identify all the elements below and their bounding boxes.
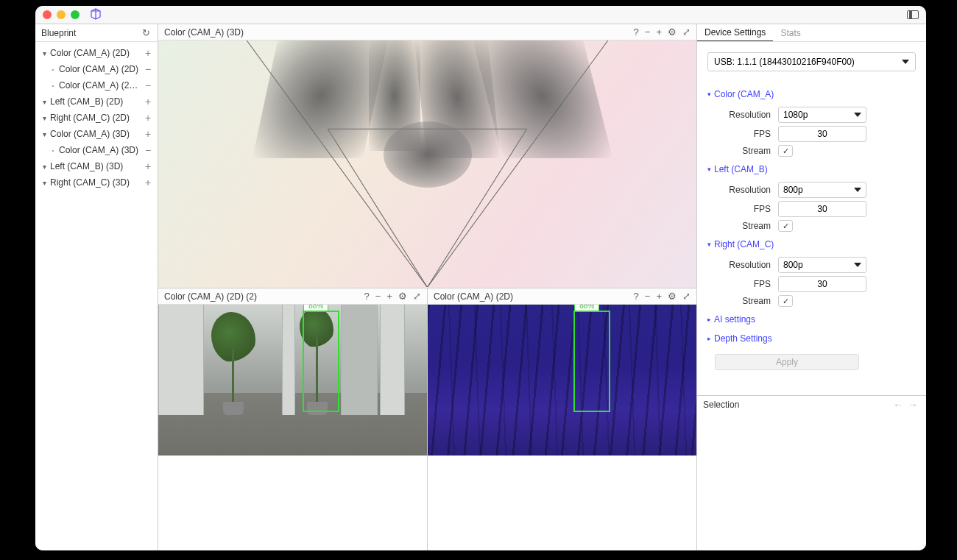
section-depth-settings[interactable]: ▸Depth Settings (707, 329, 916, 348)
detection-bbox: plant, 88% (303, 311, 339, 412)
expand-icon[interactable]: ⤢ (413, 291, 421, 302)
section-color-cam-a[interactable]: ▾Color (CAM_A) (707, 85, 916, 104)
add-icon[interactable]: + (143, 96, 153, 107)
traffic-lights (43, 10, 80, 19)
bullet-icon: • (49, 66, 57, 73)
section-ai-settings[interactable]: ▸AI settings (707, 310, 916, 329)
tree-label: Color (CAM_A) (2D) (57, 64, 143, 74)
add-icon[interactable]: + (143, 128, 153, 140)
tree-row[interactable]: •Color (CAM_A) (2D)− (37, 61, 156, 77)
resolution-select[interactable]: 800p (778, 182, 866, 198)
add-icon[interactable]: + (143, 160, 153, 172)
selection-panel: Selection ← → (697, 395, 926, 550)
stream-checkbox[interactable]: ✓ (778, 295, 793, 307)
stream-checkbox[interactable]: ✓ (778, 220, 793, 232)
tab-stats[interactable]: Stats (773, 24, 808, 41)
tree-row[interactable]: ▾Left (CAM_B) (3D)+ (37, 158, 156, 174)
selection-prev-icon[interactable]: ← (891, 399, 905, 411)
titlebar-right (907, 10, 919, 19)
section-left-cam-b[interactable]: ▾Left (CAM_B) (707, 160, 916, 179)
viewport-3d[interactable] (158, 40, 696, 288)
usb-device-label: USB: 1.1.1 (18443010216F940F00) (714, 57, 855, 67)
remove-icon[interactable]: − (143, 63, 153, 75)
add-icon[interactable]: + (143, 112, 153, 124)
caret-icon[interactable]: ▾ (40, 179, 49, 187)
remove-icon[interactable]: − (143, 79, 153, 91)
gear-icon[interactable]: ⚙ (668, 291, 677, 302)
selection-title: Selection (703, 400, 739, 410)
close-window-button[interactable] (43, 10, 52, 19)
tree-label: Color (CAM_A) (2D) (49, 48, 143, 58)
add-icon[interactable]: + (656, 291, 662, 302)
viewport-2d-depth[interactable]: plant, 88% (428, 305, 696, 550)
selection-header: Selection ← → (697, 396, 926, 414)
tree-row[interactable]: •Color (CAM_A) (3D)− (37, 142, 156, 158)
help-icon[interactable]: ? (364, 291, 370, 302)
resolution-select[interactable]: 1080p (778, 107, 866, 123)
tree-label: Left (CAM_B) (2D) (49, 96, 143, 107)
viewport-2d-rgb[interactable]: plant, 88% (158, 305, 427, 550)
fps-input[interactable] (778, 201, 866, 217)
detection-label: plant, 88% (303, 305, 328, 311)
minimize-icon[interactable]: − (645, 291, 651, 302)
caret-icon[interactable]: ▾ (40, 114, 49, 122)
depth-frame: plant, 88% (428, 305, 696, 456)
view-title: Color (CAM_A) (2D) (2) (164, 291, 364, 302)
tree-row[interactable]: ▾Color (CAM_A) (2D)+ (37, 45, 156, 61)
apply-button[interactable]: Apply (715, 354, 859, 370)
maximize-window-button[interactable] (71, 10, 80, 19)
minimize-window-button[interactable] (57, 10, 66, 19)
blueprint-header: Blueprint ↻ (35, 24, 158, 42)
tab-device-settings[interactable]: Device Settings (697, 24, 773, 41)
view-3d: Color (CAM_A) (3D) ? − + ⚙ ⤢ (158, 24, 696, 288)
prop-fps: FPS (715, 126, 916, 142)
prop-resolution: Resolution800p (715, 182, 916, 198)
tree-row[interactable]: ▾Right (CAM_C) (3D)+ (37, 174, 156, 191)
tree-label: Color (CAM_A) (3D) (49, 129, 143, 139)
resolution-select[interactable]: 800p (778, 257, 866, 273)
fps-input[interactable] (778, 126, 866, 142)
add-icon[interactable]: + (143, 177, 153, 188)
gear-icon[interactable]: ⚙ (668, 26, 677, 38)
caret-icon[interactable]: ▾ (40, 163, 49, 171)
prop-fps: FPS (715, 201, 916, 217)
tree-row[interactable]: ▾Right (CAM_C) (2D)+ (37, 110, 156, 126)
add-icon[interactable]: + (386, 291, 392, 302)
tree-row[interactable]: ▾Left (CAM_B) (2D)+ (37, 93, 156, 110)
prop-resolution: Resolution800p (715, 257, 916, 273)
help-icon[interactable]: ? (634, 291, 639, 302)
usb-device-select[interactable]: USB: 1.1.1 (18443010216F940F00) (707, 52, 916, 71)
stream-checkbox[interactable]: ✓ (778, 145, 793, 157)
device-tabs: Device Settings Stats (697, 24, 926, 42)
expand-icon[interactable]: ⤢ (682, 291, 691, 302)
section-right-cam-c[interactable]: ▾Right (CAM_C) (707, 235, 916, 254)
expand-icon[interactable]: ⤢ (682, 26, 691, 38)
selection-next-icon[interactable]: → (905, 399, 920, 411)
add-icon[interactable]: + (143, 47, 153, 59)
bullet-icon: • (49, 82, 57, 89)
gear-icon[interactable]: ⚙ (398, 291, 407, 302)
tree-row[interactable]: •Color (CAM_A) (2D) (2)− (37, 77, 156, 93)
tree-label: Color (CAM_A) (3D) (57, 145, 143, 155)
minimize-icon[interactable]: − (375, 291, 381, 302)
device-settings-body: USB: 1.1.1 (18443010216F940F00) ▾Color (… (697, 42, 926, 395)
app-logo-icon (90, 8, 102, 22)
add-icon[interactable]: + (656, 26, 662, 38)
view-2d-2: Color (CAM_A) (2D) (2) ? − + ⚙ ⤢ (158, 288, 428, 550)
caret-icon[interactable]: ▾ (40, 130, 49, 138)
caret-icon[interactable]: ▾ (40, 49, 49, 57)
view-2d-header: Color (CAM_A) (2D) ? − + ⚙ ⤢ (428, 288, 696, 305)
blueprint-title: Blueprint (41, 28, 76, 38)
fps-input[interactable] (778, 276, 866, 292)
panel-toggle-button[interactable] (907, 10, 919, 19)
remove-icon[interactable]: − (143, 144, 153, 156)
chevron-down-icon (902, 60, 909, 64)
minimize-icon[interactable]: − (645, 26, 651, 38)
tree-label: Color (CAM_A) (2D) (2) (57, 80, 143, 91)
prop-stream: Stream✓ (715, 220, 916, 232)
bottom-views: Color (CAM_A) (2D) (2) ? − + ⚙ ⤢ (158, 288, 696, 550)
refresh-icon[interactable]: ↻ (140, 27, 152, 39)
help-icon[interactable]: ? (634, 26, 639, 38)
caret-icon[interactable]: ▾ (40, 98, 49, 106)
tree-row[interactable]: ▾Color (CAM_A) (3D)+ (37, 126, 156, 142)
